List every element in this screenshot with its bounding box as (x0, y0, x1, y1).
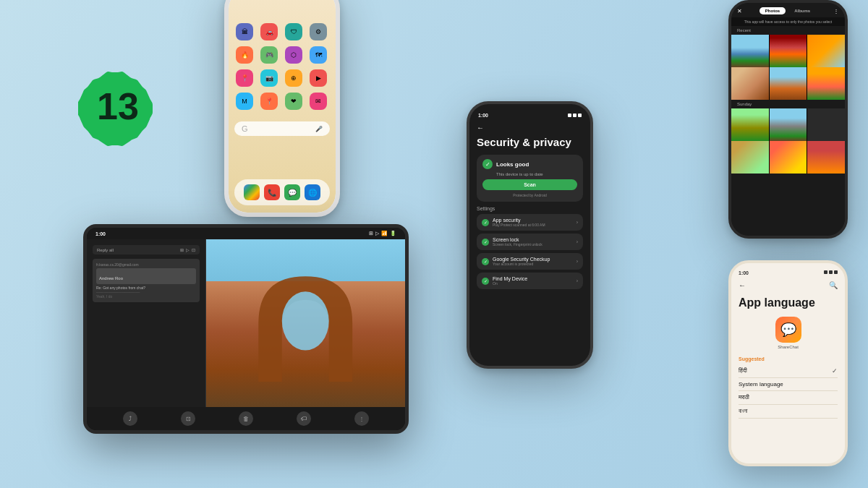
email-preview: Yeah, I do (96, 294, 196, 299)
settings-section-label: Settings (477, 206, 583, 211)
security-status-bar: 1:00 (477, 113, 583, 118)
item-title: Find My Device (493, 276, 573, 281)
item-check-icon: ✓ (482, 258, 489, 265)
app-icon: 🎮 (260, 46, 278, 64)
chevron-icon: › (576, 278, 578, 283)
app-security-item[interactable]: ✓ App security Play Protect scanned at 6… (477, 214, 583, 231)
more-options-icon[interactable]: ⋮ (833, 8, 839, 14)
item-content: Google Security Checkup Your account is … (493, 257, 573, 266)
google-icon (244, 184, 260, 200)
photo-cell[interactable] (807, 35, 845, 67)
app-icon: ✉ (310, 93, 327, 110)
search-icon[interactable]: 🔍 (829, 281, 838, 289)
app-icon: 📷 (260, 69, 278, 87)
system-language-item[interactable]: System language (739, 378, 838, 391)
app-icon: ❤ (285, 93, 302, 110)
photos-grid-recent-2 (731, 67, 845, 100)
app-icon: 🔥 (236, 46, 253, 64)
scan-button[interactable]: Scan (482, 179, 577, 190)
marathi-language-item[interactable]: मराठी (739, 391, 838, 405)
find-my-device-item[interactable]: ✓ Find My Device On › (477, 273, 583, 289)
app-icon: 📍 (260, 93, 278, 110)
photo-cell[interactable] (770, 67, 807, 100)
app-icon: 🏛 (236, 23, 253, 40)
selected-check-icon: ✓ (832, 367, 838, 374)
item-check-icon: ✓ (482, 278, 489, 285)
photo-panel (206, 239, 405, 407)
photo-cell[interactable] (731, 141, 769, 174)
system-lang-name: System language (739, 381, 783, 388)
looks-good-card: ✓ Looks good This device is up to date S… (477, 155, 583, 202)
app-icon: 📍 (236, 69, 253, 87)
battery-icon (578, 114, 582, 117)
app-icon: ▶ (310, 69, 327, 87)
photo-cell[interactable] (770, 108, 807, 141)
lang-status-icons (824, 270, 838, 275)
signal-icon (824, 270, 827, 274)
marathi-lang-name: मराठी (739, 394, 749, 401)
arch-svg (236, 265, 375, 382)
item-subtitle: Screen lock, Fingerprint unlock (493, 242, 573, 247)
item-check-icon: ✓ (482, 219, 489, 226)
item-title: Screen lock (493, 237, 573, 242)
photo-cell[interactable] (807, 141, 845, 174)
arch-photo (206, 239, 405, 407)
check-circle-icon: ✓ (482, 159, 493, 169)
photos-grid-sunday (731, 108, 845, 141)
app-icon: 🛡 (285, 23, 302, 40)
photo-cell[interactable] (770, 141, 807, 174)
app-icon: ⚙ (310, 23, 327, 40)
item-subtitle: Play Protect scanned at 6:00 AM (493, 223, 573, 227)
bengali-language-item[interactable]: বাংলা (739, 405, 838, 419)
recent-section-label: Recent (731, 26, 845, 35)
screen-lock-item[interactable]: ✓ Screen lock Screen lock, Fingerprint u… (477, 234, 583, 250)
app-icon: ⬡ (285, 46, 302, 64)
security-title: Security & privacy (477, 136, 583, 149)
photo-cell[interactable] (731, 35, 769, 67)
chevron-icon: › (576, 220, 578, 225)
photo-cell[interactable] (807, 67, 845, 100)
photos-tab[interactable]: Photos (760, 7, 786, 14)
svg-text:13: 13 (97, 85, 139, 127)
item-title: App security (493, 218, 573, 223)
more-icon[interactable]: ⋮ (354, 411, 369, 426)
back-button[interactable]: ← (477, 124, 583, 132)
tablet-screen: 1:00 ⊞ ▷ 📶 🔋 Reply all ⊞ ▷ ⊡ (87, 228, 405, 430)
item-check-icon: ✓ (482, 239, 489, 246)
security-screen: 1:00 ← Security & privacy ✓ Looks good T… (469, 104, 590, 366)
item-content: App security Play Protect scanned at 6:0… (493, 218, 573, 227)
archive-icon[interactable]: ⊡ (181, 411, 195, 426)
svg-point-1 (282, 291, 329, 350)
protected-text: Protected by Android (482, 193, 577, 197)
photos-access-text: This app will have access to only the ph… (731, 17, 845, 26)
signal-icon (568, 114, 571, 117)
language-phone: 1:00 ← 🔍 App language 💬 ShareChat Sugges… (728, 260, 848, 466)
lang-nav: ← 🔍 (739, 281, 838, 289)
photos-grid-recent (731, 35, 845, 67)
back-button[interactable]: ← (739, 281, 746, 289)
email-from: fr.kanas.cs.20@gmail.com (96, 262, 196, 267)
reply-all-label: Reply all (97, 248, 114, 252)
photo-cell[interactable] (807, 108, 845, 141)
messages-icon: 💬 (284, 184, 300, 200)
trash-icon[interactable]: 🗑 (239, 411, 253, 426)
photo-cell[interactable] (731, 108, 769, 141)
google-checkup-item[interactable]: ✓ Google Security Checkup Your account i… (477, 253, 583, 270)
photo-cell[interactable] (770, 35, 807, 67)
label-icon[interactable]: 🏷 (297, 411, 311, 426)
email-subject: Andrew Roo (99, 276, 123, 281)
share-icon[interactable]: ⤴ (123, 411, 137, 426)
photo-cell[interactable] (731, 67, 769, 100)
item-content: Screen lock Screen lock, Fingerprint unl… (493, 237, 573, 247)
language-screen: 1:00 ← 🔍 App language 💬 ShareChat Sugges… (731, 263, 845, 463)
item-subtitle: Your account is protected (493, 262, 573, 266)
android-13-badge: 13 (78, 69, 158, 148)
albums-tab[interactable]: Albums (788, 7, 816, 14)
lang-status-bar: 1:00 (739, 270, 838, 275)
close-icon[interactable]: ✕ (737, 8, 742, 14)
photos-screen: ✕ Photos Albums ⋮ This app will have acc… (731, 3, 845, 236)
wifi-icon (573, 114, 576, 117)
hindi-language-item[interactable]: हिंदी ✓ (739, 364, 838, 378)
tablet-time: 1:00 (95, 231, 106, 236)
app-icon: 🚗 (260, 23, 278, 40)
